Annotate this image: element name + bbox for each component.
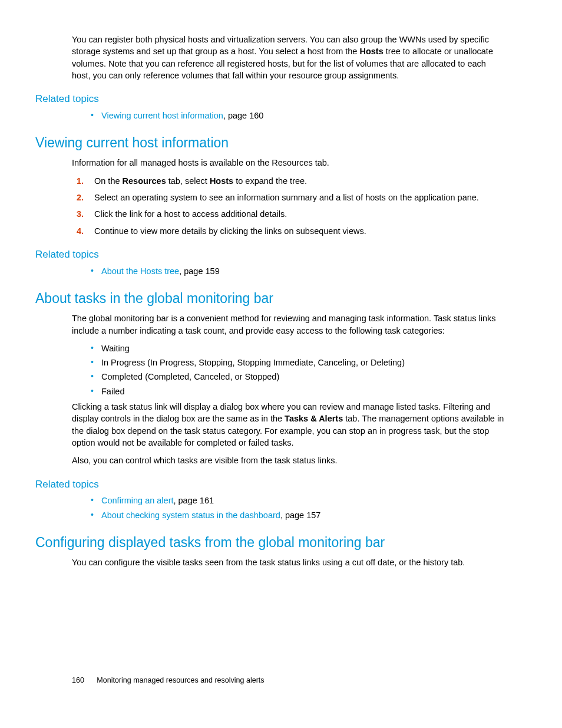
link-viewing-host-info[interactable]: Viewing current host information — [101, 111, 223, 120]
page-number: 160 — [72, 676, 84, 684]
bold-tasks-alerts: Tasks & Alerts — [285, 414, 343, 423]
steps-list: On the Resources tab, select Hosts to ex… — [74, 175, 504, 237]
link-hosts-tree[interactable]: About the Hosts tree — [101, 266, 179, 276]
text: , page 157 — [280, 510, 321, 520]
intro-paragraph: You can register both physical hosts and… — [72, 34, 504, 81]
section-heading-configuring: Configuring displayed tasks from the glo… — [35, 533, 504, 552]
text: tab, select — [166, 176, 210, 186]
text: The global monitoring bar is a convenien… — [72, 312, 504, 337]
section-heading-viewing: Viewing current host information — [35, 133, 504, 152]
list-item: Waiting — [88, 342, 504, 354]
list-item: Completed (Completed, Canceled, or Stopp… — [88, 371, 504, 383]
step-item: Click the link for a host to access addi… — [74, 208, 504, 220]
text: Also, you can control which tasks are vi… — [72, 454, 504, 466]
list-item: Confirming an alert, page 161 — [88, 495, 504, 506]
list-item: About checking system status in the dash… — [88, 509, 504, 521]
text: You can configure the visible tasks seen… — [72, 556, 504, 568]
text: to expand the tree. — [233, 176, 307, 186]
related-topics-heading: Related topics — [35, 92, 504, 106]
related-list: Viewing current host information, page 1… — [88, 110, 504, 121]
link-dashboard-status[interactable]: About checking system status in the dash… — [101, 510, 280, 520]
section-heading-tasks: About tasks in the global monitoring bar — [35, 289, 504, 308]
footer-text: Monitoring managed resources and resolvi… — [97, 676, 264, 684]
bold-resources: Resources — [123, 176, 166, 186]
category-list: Waiting In Progress (In Progress, Stoppi… — [88, 342, 504, 397]
page-footer: 160 Monitoring managed resources and res… — [72, 676, 265, 686]
text: , page 160 — [223, 111, 264, 120]
bold-hosts: Hosts — [359, 47, 383, 56]
related-list: Confirming an alert, page 161 About chec… — [88, 495, 504, 521]
list-item: Viewing current host information, page 1… — [88, 110, 504, 121]
bold-hosts: Hosts — [210, 176, 233, 186]
related-topics-heading: Related topics — [35, 477, 504, 492]
step-item: Continue to view more details by clickin… — [74, 225, 504, 237]
related-list: About the Hosts tree, page 159 — [88, 265, 504, 277]
text: , page 161 — [174, 496, 214, 505]
list-item: About the Hosts tree, page 159 — [88, 265, 504, 277]
text: On the — [94, 176, 123, 186]
related-topics-heading: Related topics — [35, 248, 504, 262]
list-item: Failed — [88, 386, 504, 397]
list-item: In Progress (In Progress, Stopping, Stop… — [88, 357, 504, 368]
text: , page 159 — [179, 266, 220, 276]
step-item: On the Resources tab, select Hosts to ex… — [74, 175, 504, 187]
link-confirming-alert[interactable]: Confirming an alert — [101, 496, 174, 505]
step-item: Select an operating system to see an inf… — [74, 192, 504, 203]
text: Information for all managed hosts is ava… — [72, 157, 504, 169]
